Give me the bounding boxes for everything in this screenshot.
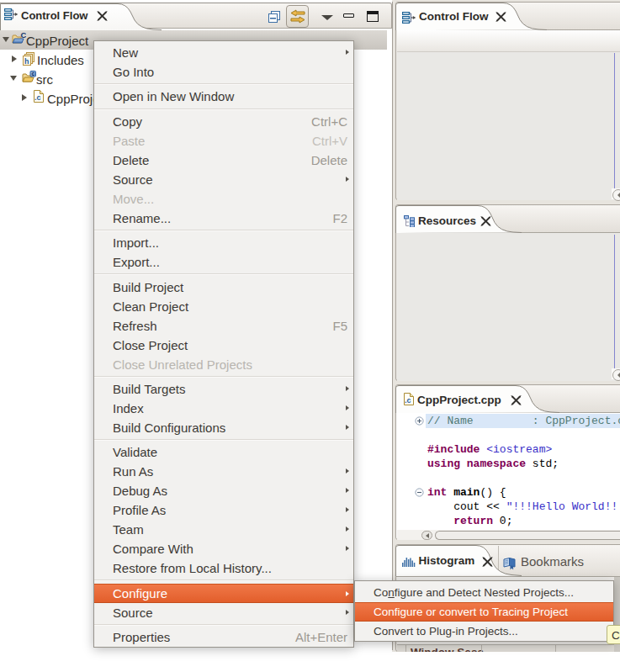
svg-text:h: h [24,57,29,66]
svg-text:.c: .c [34,93,41,102]
svg-text:c: c [32,71,35,77]
svg-text:.c: .c [405,396,411,405]
